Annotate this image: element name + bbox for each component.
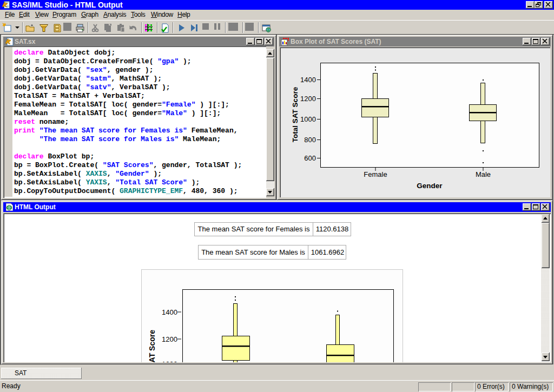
svg-text:Total SAT Score: Total SAT Score — [148, 330, 156, 362]
svg-text:Total SAT Score: Total SAT Score — [291, 87, 299, 142]
svg-text:Male: Male — [476, 170, 491, 178]
svg-text:600: 600 — [304, 154, 316, 162]
svg-text:1200: 1200 — [300, 95, 316, 103]
svg-text:800: 800 — [304, 136, 316, 144]
svg-text:1400: 1400 — [300, 76, 316, 84]
svg-text:Female: Female — [364, 170, 387, 178]
svg-text:1200: 1200 — [162, 335, 177, 343]
svg-text:1400: 1400 — [162, 308, 177, 316]
svg-text:Gender: Gender — [417, 182, 443, 190]
svg-text:1000: 1000 — [300, 115, 316, 123]
svg-text:1000: 1000 — [162, 360, 177, 362]
